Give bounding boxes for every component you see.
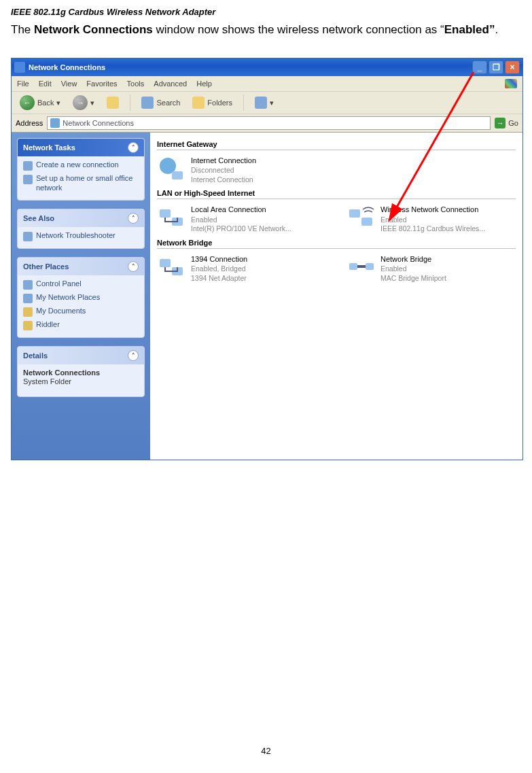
menu-edit[interactable]: Edit (39, 80, 52, 88)
toolbar: ← Back ▾ → ▾ Search Folders (12, 92, 522, 114)
connection-internet[interactable]: Internet Connection Disconnected Interne… (157, 154, 336, 186)
content-pane: Internet Gateway Internet Connection Dis… (150, 133, 522, 460)
item-icon (23, 232, 33, 241)
text-bold: Enabled” (444, 23, 495, 36)
svg-rect-3 (160, 209, 171, 218)
address-input[interactable]: Network Connections (47, 116, 491, 130)
wireless-icon (348, 205, 375, 231)
collapse-icon: ˄ (128, 261, 139, 272)
conn-name: Wireless Network Connection (380, 205, 485, 214)
connection-1394[interactable]: 1394 Connection Enabled, Bridged 1394 Ne… (157, 253, 326, 284)
collapse-icon: ˄ (128, 350, 139, 361)
minimize-button[interactable]: _ (472, 61, 487, 74)
app-icon (14, 62, 25, 73)
item-label: Network Troubleshooter (36, 231, 116, 241)
views-icon (255, 97, 267, 109)
conn-device: Internet Connection (191, 175, 256, 184)
seealso-troubleshooter[interactable]: Network Troubleshooter (23, 231, 139, 241)
up-button[interactable] (103, 95, 123, 111)
task-setup-network[interactable]: Set up a home or small office network (23, 174, 139, 193)
close-button[interactable]: × (505, 61, 520, 74)
panel-network-tasks: Network Tasks ˄ Create a new connection … (17, 138, 145, 201)
window-title: Network Connections (29, 63, 105, 71)
lan-icon (158, 205, 185, 231)
svg-rect-10 (366, 263, 374, 270)
menu-file[interactable]: File (17, 80, 29, 88)
menu-advanced[interactable]: Advanced (154, 80, 187, 88)
connection-bridge[interactable]: Network Bridge Enabled MAC Bridge Minipo… (347, 253, 516, 284)
svg-rect-2 (172, 171, 183, 179)
search-label: Search (156, 99, 180, 107)
forward-button[interactable]: → ▾ (69, 93, 99, 112)
panel-title: See Also (23, 214, 54, 222)
go-button[interactable]: → Go (495, 118, 518, 128)
go-label: Go (508, 119, 518, 127)
panel-body: Create a new connection Set up a home or… (18, 156, 144, 200)
collapse-icon: ˄ (128, 142, 139, 153)
text-bold: Network Connections (34, 23, 153, 36)
task-icon (23, 161, 33, 171)
item-label: My Network Places (36, 293, 100, 303)
folders-icon (192, 97, 205, 109)
svg-rect-7 (160, 259, 171, 267)
menu-help[interactable]: Help (196, 80, 212, 88)
place-control-panel[interactable]: Control Panel (23, 279, 139, 290)
item-icon (23, 294, 33, 303)
connection-lan[interactable]: Local Area Connection Enabled Intel(R) P… (157, 203, 326, 235)
section-lan: LAN or High-Speed Internet (157, 186, 516, 199)
panel-head[interactable]: Network Tasks ˄ (18, 139, 144, 156)
conn-status: Disconnected (191, 166, 256, 175)
conn-device: 1394 Net Adapter (191, 274, 247, 283)
forward-icon: → (73, 95, 88, 110)
folders-button[interactable]: Folders (188, 95, 236, 111)
up-icon (107, 97, 119, 109)
place-my-documents[interactable]: My Documents (23, 307, 139, 317)
collapse-icon: ˄ (128, 213, 139, 224)
windows-logo-icon (505, 79, 517, 88)
panel-head[interactable]: Details ˄ (18, 347, 144, 364)
task-create-connection[interactable]: Create a new connection (23, 160, 139, 171)
dropdown-icon: ▾ (90, 99, 94, 107)
svg-rect-11 (357, 265, 366, 268)
back-icon: ← (20, 95, 35, 110)
panel-body: Control Panel My Network Places My Docum… (18, 275, 144, 337)
back-button[interactable]: ← Back ▾ (16, 93, 65, 112)
body-paragraph: The Network Connections window now shows… (11, 22, 521, 37)
go-icon: → (495, 118, 506, 128)
svg-rect-9 (349, 263, 357, 270)
panel-other-places: Other Places ˄ Control Panel My Network … (17, 257, 145, 338)
conn-status: Enabled, Bridged (191, 264, 247, 273)
text: window now shows the wireless network co… (153, 23, 444, 36)
doc-title: IEEE 802.11g Cardbus Wireless Network Ad… (11, 7, 521, 17)
globe-connection-icon (158, 156, 185, 182)
details-line2: System Folder (23, 377, 71, 385)
svg-rect-6 (361, 218, 372, 226)
bridge-icon (348, 255, 375, 281)
menu-favorites[interactable]: Favorites (86, 80, 117, 88)
svg-rect-5 (349, 209, 360, 218)
panel-head[interactable]: See Also ˄ (18, 209, 144, 227)
conn-status: Enabled (380, 216, 485, 224)
place-my-network[interactable]: My Network Places (23, 293, 139, 303)
page-number: 42 (11, 746, 521, 756)
panel-body: Network Troubleshooter (18, 227, 144, 248)
views-button[interactable]: ▾ (251, 95, 278, 111)
maximize-button[interactable]: ❐ (489, 61, 503, 74)
sidebar: Network Tasks ˄ Create a new connection … (12, 133, 150, 460)
dropdown-icon: ▾ (270, 99, 274, 107)
network-connections-window: Network Connections _ ❐ × File Edit View… (11, 58, 523, 460)
menu-tools[interactable]: Tools (127, 80, 145, 88)
address-icon (50, 118, 60, 128)
folders-label: Folders (207, 99, 232, 107)
item-icon (23, 321, 33, 330)
place-riddler[interactable]: Riddler (23, 320, 139, 330)
panel-head[interactable]: Other Places ˄ (18, 258, 144, 275)
search-button[interactable]: Search (137, 95, 184, 111)
panel-details: Details ˄ Network Connections System Fol… (17, 346, 145, 398)
item-label: Control Panel (36, 279, 82, 289)
task-label: Create a new connection (36, 160, 119, 170)
conn-name: Network Bridge (380, 255, 446, 264)
menu-view[interactable]: View (61, 80, 77, 88)
connection-wireless[interactable]: Wireless Network Connection Enabled IEEE… (347, 203, 516, 235)
panel-title: Details (23, 351, 48, 360)
